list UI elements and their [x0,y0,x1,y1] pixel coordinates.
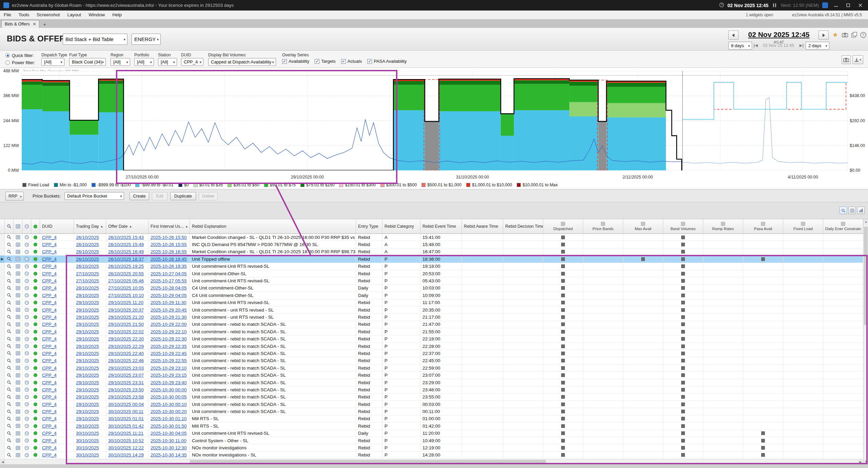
table-columns-button[interactable] [857,207,865,214]
cell-data-indicator[interactable] [543,437,583,444]
cell-data-indicator[interactable] [663,292,703,299]
row-search-icon[interactable] [5,263,14,270]
cell-data-indicator[interactable] [743,430,783,437]
scroll-left-icon[interactable]: ◀ [0,460,5,465]
row-grid-icon[interactable] [14,234,22,241]
table-row[interactable]: CPP_430/10/202530/10/2025 12:222025-10-3… [0,444,863,451]
cell-data-indicator[interactable] [543,423,583,429]
minimize-button[interactable] [831,2,840,9]
column-header-rebid-event-time[interactable]: Rebid Event Time [420,219,462,233]
row-grid-icon[interactable] [14,241,22,248]
row-search-icon[interactable] [5,285,14,292]
menu-file[interactable]: File [0,12,15,17]
pasa-availability-checkbox[interactable]: ✓PASA Availability [367,59,407,64]
cell-first-interval[interactable]: 2025-10-26 18:45 [149,256,190,262]
cell-data-indicator[interactable] [543,256,583,262]
cell-data-indicator[interactable] [543,357,583,364]
table-grid-button[interactable] [848,207,856,214]
row-clock-icon[interactable] [22,299,31,306]
cell-data-indicator[interactable] [543,270,583,277]
row-selector[interactable] [0,423,5,429]
row-clock-icon[interactable] [22,430,31,437]
duplicate-window-icon[interactable] [850,31,858,39]
cell-offer-date[interactable]: 29/10/2025 23:07 [106,372,149,378]
row-grid-icon[interactable] [14,335,22,342]
cell-duid[interactable]: CPP_4 [40,444,74,451]
table-row[interactable]: CPP_429/10/202529/10/2025 21:202025-10-2… [0,314,863,321]
scroll-up-icon[interactable]: ▲ [864,219,868,224]
cell-data-indicator[interactable] [663,401,703,408]
cell-trading-day[interactable]: 29/10/2025 [74,379,106,386]
cell-data-indicator[interactable] [663,372,703,378]
cell-first-interval[interactable]: 2025-10-30 00:10 [149,401,190,408]
row-selector[interactable] [0,350,5,357]
row-search-icon[interactable] [5,452,14,458]
cell-data-indicator[interactable] [543,234,583,241]
cell-offer-date[interactable]: 30/10/2025 01:01 [106,415,149,422]
cell-offer-date[interactable]: 29/10/2025 22:29 [106,343,149,350]
cell-offer-date[interactable]: 30/10/2025 14:29 [106,452,149,458]
row-clock-icon[interactable] [22,343,31,350]
cell-data-indicator[interactable] [543,292,583,299]
price-bucket-select[interactable]: Default Price Bucket [64,192,124,200]
fuel-type-select[interactable]: Black Coal (34) [69,58,106,66]
column-header-pasa-avail[interactable]: Pasa Avail [743,219,783,233]
row-selector[interactable] [0,372,5,378]
row-search-icon[interactable] [5,314,14,320]
table-row[interactable]: CPP_429/10/202529/10/2025 21:502025-10-2… [0,321,863,328]
cell-trading-day[interactable]: 29/10/2025 [74,423,106,429]
cell-duid[interactable]: CPP_4 [40,328,74,335]
row-grid-icon[interactable] [14,386,22,393]
table-row[interactable]: CPP_429/10/202529/10/2025 23:312025-10-2… [0,379,863,386]
cell-data-indicator[interactable] [663,241,703,248]
step-start-icon[interactable] [753,42,759,49]
table-row[interactable]: CPP_430/10/202530/10/2025 14:292025-10-3… [0,452,863,459]
cell-data-indicator[interactable] [543,248,583,255]
row-selector[interactable] [0,343,5,350]
column-header-ramp-rates[interactable]: Ramp Rates [703,219,743,233]
row-grid-icon[interactable] [14,314,22,320]
cell-trading-day[interactable]: 29/10/2025 [74,364,106,371]
cell-duid[interactable]: CPP_4 [40,241,74,248]
row-clock-icon[interactable] [22,372,31,378]
cell-trading-day[interactable]: 29/10/2025 [74,328,106,335]
cell-trading-day[interactable]: 30/10/2025 [74,430,106,437]
table-row[interactable]: CPP_429/10/202530/10/2025 01:012025-10-3… [0,415,863,423]
column-header-rebid-explanation[interactable]: Rebid Explanation [190,219,356,233]
row-search-icon[interactable] [5,328,14,335]
cell-first-interval[interactable]: 2025-10-27 05:55 [149,277,190,284]
cell-data-indicator[interactable] [543,299,583,306]
row-selector[interactable] [0,270,5,277]
cell-data-indicator[interactable] [663,386,703,393]
cell-offer-date[interactable]: 26/10/2025 19:25 [106,263,149,270]
column-header-rebid-aware-time[interactable]: Rebid Aware Time [462,219,503,233]
cell-duid[interactable]: CPP_4 [40,452,74,458]
row-clock-icon[interactable] [22,328,31,335]
chart-camera-button[interactable] [842,55,851,64]
row-grid-icon[interactable] [14,263,22,270]
row-clock-icon[interactable] [22,277,31,284]
row-grid-icon[interactable] [14,256,22,262]
cell-first-interval[interactable]: 2025-10-29 23:15 [149,372,190,378]
row-search-icon[interactable] [5,234,14,241]
cell-trading-day[interactable]: 30/10/2025 [74,437,106,444]
column-header-fixed-load[interactable]: Fixed Load [783,219,823,233]
cell-data-indicator[interactable] [663,234,703,241]
cell-data-indicator[interactable] [663,452,703,458]
cell-trading-day[interactable]: 26/10/2025 [74,241,106,248]
row-clock-icon[interactable] [22,444,31,451]
cell-trading-day[interactable]: 29/10/2025 [74,335,106,342]
table-row[interactable]: CPP_429/10/202529/10/2025 20:372025-10-2… [0,306,863,314]
cell-duid[interactable]: CPP_4 [40,335,74,342]
column-header-first-interval-us-[interactable]: First Interval Us...▲ [149,219,190,233]
cell-offer-date[interactable]: 29/10/2025 23:31 [106,379,149,386]
portfolio-select[interactable]: [All] [134,58,154,66]
cell-data-indicator[interactable] [663,256,703,262]
step-end-icon[interactable] [798,42,804,49]
cell-trading-day[interactable]: 29/10/2025 [74,314,106,320]
vertical-scroll-thumb[interactable] [864,227,868,325]
cell-offer-date[interactable]: 30/10/2025 00:11 [106,408,149,415]
row-selector[interactable] [0,335,5,342]
quick-filter-radio[interactable]: Quick filter: [5,53,34,58]
next-period-button[interactable] [818,31,829,40]
